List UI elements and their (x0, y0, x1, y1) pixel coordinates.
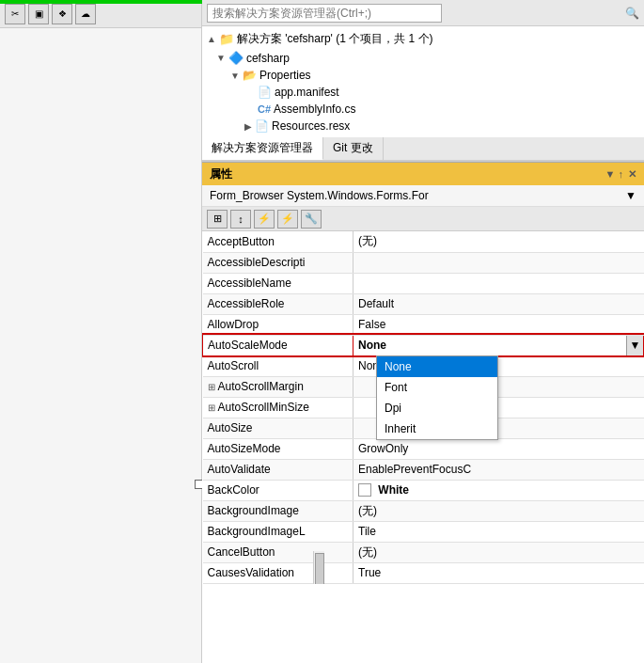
pointer-icon-btn[interactable]: ❖ (52, 4, 72, 24)
dropdown-item-dpi[interactable]: Dpi (377, 398, 497, 418)
arrow-icon: ▶ (244, 121, 252, 132)
prop-name-label: AutoScrollMargin (218, 380, 304, 393)
dropdown-arrow-btn[interactable]: ▼ (626, 336, 643, 355)
cloud-icon-btn[interactable]: ☁ (75, 4, 96, 24)
tree-item-assemblyinfo[interactable]: C# AssemblyInfo.cs (202, 101, 644, 118)
props-panel-header: 属性 ▼ ↑ ✕ (202, 163, 644, 185)
tree-item-label: 解决方案 'cefsharp' (1 个项目，共 1 个) (237, 31, 433, 47)
prop-value: Tile (353, 521, 644, 542)
prop-value (353, 273, 644, 293)
prop-name: BackColor (203, 480, 353, 500)
cut-icon-btn[interactable]: ✂ (5, 4, 25, 24)
wrench-btn[interactable]: 🔧 (301, 210, 322, 229)
tree-item-label: Properties (259, 69, 311, 82)
table-row: AutoSizeMode GrowOnly (203, 438, 644, 459)
expand-icon[interactable]: ⊞ (208, 382, 215, 392)
component-name: Form_Browser System.Windows.Forms.For (210, 189, 429, 202)
dropdown-item-none[interactable]: None (377, 356, 497, 377)
prop-value: False (353, 314, 644, 335)
tree-item-solution[interactable]: ▲ 📁 解决方案 'cefsharp' (1 个项目，共 1 个) (202, 29, 644, 49)
left-panel: ✂ ▣ ❖ ☁ (0, 0, 202, 663)
prop-name: BackgroundImageL (203, 521, 353, 542)
folder-icon: 📂 (243, 69, 257, 82)
se-tree: ▲ 📁 解决方案 'cefsharp' (1 个项目，共 1 个) ▼ 🔷 ce… (202, 26, 644, 137)
tab-solution-explorer[interactable]: 解决方案资源管理器 (202, 137, 323, 160)
tree-item-label: cefsharp (246, 52, 290, 65)
grid-view-btn[interactable]: ⊞ (207, 210, 228, 229)
event-btn[interactable]: ⚡ (254, 210, 275, 229)
table-row: BackgroundImageL Tile (203, 521, 644, 542)
prop-name: ⊞AutoScrollMinSize (203, 397, 353, 418)
arrow-icon: ▼ (216, 53, 226, 63)
prop-name: AutoSizeMode (203, 438, 353, 459)
vertical-scrollbar[interactable] (313, 551, 324, 584)
prop-name: AllowDrop (203, 314, 353, 335)
manifest-icon: 📄 (258, 86, 272, 99)
table-row: AccessibleName (203, 273, 644, 293)
prop-name: AccessibleName (203, 273, 353, 293)
lightning-btn[interactable]: ⚡ (277, 210, 298, 229)
tree-item-properties[interactable]: ▼ 📂 Properties (202, 67, 644, 84)
green-indicator (0, 0, 202, 4)
expand-icon[interactable]: ⊞ (208, 403, 215, 413)
dropdown-option-label: Font (385, 381, 407, 394)
table-row: AcceptButton (无) (203, 231, 644, 252)
prop-value: (无) (353, 231, 644, 252)
left-toolbar: ✂ ▣ ❖ ☁ (0, 0, 201, 28)
dropdown-item-font[interactable]: Font (377, 377, 497, 398)
dropdown-option-label: Dpi (385, 402, 401, 415)
prop-name: AccessibleDescripti (203, 252, 353, 273)
color-swatch (358, 483, 371, 497)
tab-git-changes[interactable]: Git 更改 (323, 137, 384, 160)
prop-name: AcceptButton (203, 231, 353, 252)
arrow-icon: ▼ (230, 71, 240, 81)
prop-name: CausesValidation (203, 562, 353, 583)
table-row: CausesValidation True (203, 562, 644, 583)
prop-name: AccessibleRole (203, 293, 353, 314)
prop-value: True (353, 562, 644, 583)
search-icon: 🔍 (625, 7, 639, 20)
table-row: AllowDrop False (203, 314, 644, 335)
prop-value-autoscalemode[interactable]: None ▼ (353, 335, 644, 355)
pin-icon[interactable]: ▼ ↑ (605, 168, 623, 180)
prop-name-label: AutoScrollMinSize (218, 401, 309, 414)
table-row: CancelButton (无) (203, 542, 644, 562)
close-icon[interactable]: ✕ (628, 168, 636, 181)
tree-item-cefsharp[interactable]: ▼ 🔷 cefsharp (202, 49, 644, 67)
tab-label: Git 更改 (333, 141, 373, 154)
properties-panel: 属性 ▼ ↑ ✕ Form_Browser System.Windows.For… (202, 162, 644, 584)
table-row: BackgroundImage (无) (203, 500, 644, 521)
component-dropdown-icon[interactable]: ▼ (625, 189, 636, 202)
autoscalemode-dropdown[interactable]: None Font Dpi Inherit (376, 355, 498, 440)
prop-name: AutoSize (203, 418, 353, 438)
table-row: AccessibleDescripti (203, 252, 644, 273)
prop-value: Default (353, 293, 644, 314)
prop-name: ⊞AutoScrollMargin (203, 376, 353, 397)
tree-item-label: Resources.resx (272, 119, 350, 133)
tree-item-manifest[interactable]: 📄 app.manifest (202, 84, 644, 101)
prop-name: AutoValidate (203, 459, 353, 480)
dropdown-item-inherit[interactable]: Inherit (377, 418, 497, 439)
prop-value: EnablePreventFocusC (353, 459, 644, 480)
se-search (207, 4, 442, 23)
select-icon-btn[interactable]: ▣ (28, 4, 49, 24)
dropdown-option-label: None (385, 360, 412, 373)
sort-btn[interactable]: ↕ (230, 210, 251, 229)
prop-value: (无) (353, 500, 644, 521)
prop-name: CancelButton (203, 542, 353, 562)
prop-value (353, 252, 644, 273)
prop-name: BackgroundImage (203, 500, 353, 521)
scrollbar-thumb[interactable] (315, 553, 324, 584)
tree-item-label: AssemblyInfo.cs (274, 103, 355, 116)
dropdown-option-label: Inherit (385, 422, 416, 435)
prop-name-autoscalemode[interactable]: AutoScaleMode (203, 335, 353, 355)
table-row-autoscalemode[interactable]: AutoScaleMode None ▼ (203, 335, 644, 355)
prop-value: White (353, 480, 644, 500)
arrow-icon: ▲ (207, 34, 216, 44)
autoscalemode-value: None (358, 339, 386, 352)
solution-explorer: 🔍 ▲ 📁 解决方案 'cefsharp' (1 个项目，共 1 个) ▼ 🔷 … (202, 0, 644, 162)
search-input[interactable] (207, 4, 442, 23)
table-row: BackColor White (203, 480, 644, 500)
table-row: AutoValidate EnablePreventFocusC (203, 459, 644, 480)
tree-item-resources[interactable]: ▶ 📄 Resources.resx (202, 118, 644, 134)
